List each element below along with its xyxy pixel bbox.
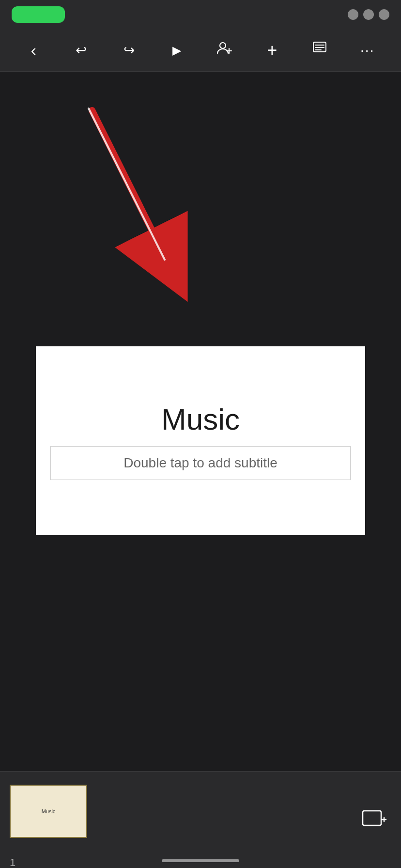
chevron-left-icon: ‹: [31, 41, 36, 60]
add-slide-button[interactable]: [357, 803, 391, 837]
slide-title[interactable]: Music: [161, 402, 240, 436]
slide-thumbnail[interactable]: Music: [10, 785, 87, 838]
back-button[interactable]: ‹: [19, 36, 48, 65]
status-pill: [12, 6, 65, 23]
slide-thumbnail-wrapper[interactable]: Music 1: [10, 785, 87, 855]
comment-icon: [312, 41, 327, 59]
play-icon: ▶: [172, 44, 181, 57]
subtitle-placeholder[interactable]: Double tap to add subtitle: [50, 446, 351, 480]
plus-icon: +: [267, 40, 277, 61]
status-bar: [0, 0, 401, 29]
wifi-icon: [363, 9, 374, 20]
bottom-panel: Music 1: [0, 771, 401, 868]
ellipsis-icon: ···: [360, 43, 374, 58]
svg-line-8: [92, 110, 170, 265]
svg-line-7: [92, 110, 170, 265]
signal-icon: [348, 9, 358, 20]
slide[interactable]: Music Double tap to add subtitle: [36, 346, 365, 535]
play-button[interactable]: ▶: [162, 36, 191, 65]
person-plus-icon: [216, 41, 232, 60]
undo-button[interactable]: ↩: [67, 36, 96, 65]
add-person-button[interactable]: [210, 36, 239, 65]
thumbnail-title: Music: [42, 808, 56, 814]
redo-icon: ↪: [123, 42, 135, 58]
comment-button[interactable]: [305, 36, 334, 65]
toolbar: ‹ ↩ ↪ ▶ + ·: [0, 29, 401, 72]
slide-number: 1: [10, 856, 15, 868]
more-button[interactable]: ···: [353, 36, 382, 65]
home-indicator: [162, 859, 239, 862]
redo-button[interactable]: ↪: [114, 36, 143, 65]
canvas-area[interactable]: Music Double tap to add subtitle: [0, 72, 401, 771]
svg-point-0: [220, 43, 226, 48]
battery-icon: [379, 9, 389, 20]
undo-icon: ↩: [76, 42, 87, 58]
add-button[interactable]: +: [258, 36, 287, 65]
svg-line-9: [89, 108, 165, 260]
status-right: [348, 9, 389, 20]
svg-rect-10: [363, 811, 381, 825]
